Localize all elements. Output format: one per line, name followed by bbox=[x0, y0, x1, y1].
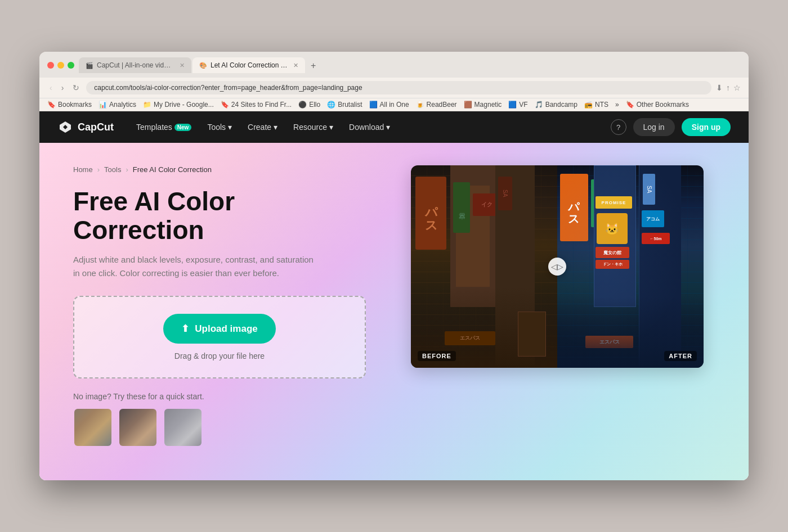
bookmark-star-icon[interactable]: ☆ bbox=[733, 83, 741, 92]
hero-section: Home › Tools › Free AI Color Correction … bbox=[39, 143, 749, 480]
tools-label: Tools bbox=[207, 123, 226, 132]
quick-start-thumb-1[interactable] bbox=[73, 408, 113, 447]
hero-title: Free AI Color Correction bbox=[73, 187, 366, 244]
quick-start-thumb-3[interactable] bbox=[163, 408, 203, 447]
bookmark-magnetic[interactable]: 🟫 Magnetic bbox=[464, 101, 502, 109]
bookmark-readbeer[interactable]: 🍺 ReadBeer bbox=[416, 101, 457, 109]
breadcrumb-current: Free AI Color Correction bbox=[133, 165, 212, 174]
site-logo[interactable]: CapCut bbox=[57, 119, 114, 135]
capcut-logo-icon bbox=[57, 119, 73, 135]
download-chevron-icon: ▾ bbox=[386, 123, 390, 132]
hero-right: パス 日本 イク SA bbox=[400, 165, 715, 368]
bookmark-more[interactable]: » bbox=[615, 101, 619, 109]
tab-2-favicon: 🎨 bbox=[199, 62, 207, 69]
browser-tab-1[interactable]: 🎬 CapCut | All-in-one video edito... ✕ bbox=[79, 57, 191, 73]
refresh-button[interactable]: ↻ bbox=[70, 82, 82, 93]
help-button[interactable]: ? bbox=[611, 119, 626, 135]
bandcamp-icon: 🎵 bbox=[535, 101, 543, 109]
after-label: AFTER bbox=[664, 351, 697, 361]
bookmark-other[interactable]: 🔖 Other Bookmarks bbox=[626, 101, 689, 109]
site-nav: CapCut Templates New Tools ▾ Create ▾ Re… bbox=[39, 111, 749, 143]
brutalist-icon: 🌐 bbox=[327, 101, 335, 109]
bookmark-allinone[interactable]: 🟦 All in One bbox=[369, 101, 409, 109]
vf-icon: 🟦 bbox=[508, 101, 517, 109]
login-button[interactable]: Log in bbox=[633, 118, 675, 136]
hero-left: Home › Tools › Free AI Color Correction … bbox=[73, 165, 366, 447]
maximize-window-button[interactable] bbox=[68, 62, 74, 69]
bookmark-nts[interactable]: 📻 NTS bbox=[584, 101, 608, 109]
upload-image-button[interactable]: ⬆ Upload image bbox=[163, 314, 275, 344]
bookmark-bookmarks[interactable]: 🔖 Bookmarks bbox=[47, 101, 92, 109]
bookmark-bandcamp[interactable]: 🎵 Bandcamp bbox=[535, 101, 577, 109]
nav-resource[interactable]: Resource ▾ bbox=[286, 118, 340, 136]
drive-icon: 📁 bbox=[143, 101, 151, 109]
bookmark-ello[interactable]: ⚫ Ello bbox=[298, 101, 320, 109]
new-tab-button[interactable]: + bbox=[306, 58, 320, 73]
more-bookmarks-icon: » bbox=[615, 101, 619, 109]
nav-right: ? Log in Sign up bbox=[611, 118, 731, 136]
before-panel: パス 日本 イク SA bbox=[411, 165, 557, 368]
site-nav-items: Templates New Tools ▾ Create ▾ Resource … bbox=[129, 118, 606, 136]
create-label: Create bbox=[248, 123, 271, 132]
share-icon: ↑ bbox=[726, 83, 730, 92]
hero-description: Adjust white and black levels, exposure,… bbox=[73, 253, 321, 280]
quick-start: No image? Try these for a quick start. bbox=[73, 392, 366, 447]
templates-badge: New bbox=[174, 124, 192, 131]
tools-chevron-icon: ▾ bbox=[228, 123, 232, 132]
site-logo-label: CapCut bbox=[78, 121, 114, 133]
breadcrumb: Home › Tools › Free AI Color Correction bbox=[73, 165, 366, 174]
bookmark-analytics[interactable]: 📊 Analytics bbox=[98, 101, 136, 109]
browser-window: 🎬 CapCut | All-in-one video edito... ✕ 🎨… bbox=[39, 52, 749, 480]
forward-button[interactable]: › bbox=[59, 82, 66, 93]
bookmark-24sites[interactable]: 🔖 24 Sites to Find Fr... bbox=[221, 101, 292, 109]
tab-1-close[interactable]: ✕ bbox=[180, 62, 185, 69]
tabs-bar: 🎬 CapCut | All-in-one video edito... ✕ 🎨… bbox=[79, 57, 741, 73]
signup-button[interactable]: Sign up bbox=[682, 118, 731, 136]
divider-handle[interactable]: ◁▷ bbox=[548, 258, 566, 276]
upload-button-label: Upload image bbox=[195, 323, 257, 335]
other-bookmarks-icon: 🔖 bbox=[626, 101, 634, 109]
ello-icon: ⚫ bbox=[298, 101, 307, 109]
nav-templates[interactable]: Templates New bbox=[129, 118, 198, 136]
browser-tab-2[interactable]: 🎨 Let AI Color Correction Tool P... ✕ bbox=[192, 57, 305, 73]
nav-download[interactable]: Download ▾ bbox=[342, 118, 397, 136]
download-icon: ⬇ bbox=[716, 83, 723, 92]
breadcrumb-tools[interactable]: Tools bbox=[104, 165, 121, 174]
resource-chevron-icon: ▾ bbox=[329, 123, 333, 132]
tab-1-favicon: 🎬 bbox=[86, 62, 93, 69]
create-chevron-icon: ▾ bbox=[274, 123, 277, 132]
tab-1-title: CapCut | All-in-one video edito... bbox=[97, 61, 174, 69]
nav-create[interactable]: Create ▾ bbox=[241, 118, 284, 136]
upload-hint: Drag & drop your file here bbox=[86, 351, 353, 360]
address-bar-icons: ⬇ ↑ ☆ bbox=[716, 83, 741, 92]
address-input[interactable] bbox=[86, 81, 711, 94]
tab-2-title: Let AI Color Correction Tool P... bbox=[211, 61, 288, 69]
breadcrumb-sep-2: › bbox=[126, 165, 128, 174]
templates-label: Templates bbox=[136, 123, 172, 132]
breadcrumb-sep-1: › bbox=[97, 165, 100, 174]
quick-start-label: No image? Try these for a quick start. bbox=[73, 392, 366, 401]
close-window-button[interactable] bbox=[47, 62, 54, 69]
address-bar: ‹ › ↻ ⬇ ↑ ☆ bbox=[39, 78, 749, 98]
page-content: CapCut Templates New Tools ▾ Create ▾ Re… bbox=[39, 111, 749, 480]
tab-2-close[interactable]: ✕ bbox=[293, 62, 298, 69]
bookmark-drive[interactable]: 📁 My Drive - Google... bbox=[143, 101, 214, 109]
back-button[interactable]: ‹ bbox=[47, 82, 55, 93]
readbeer-icon: 🍺 bbox=[416, 101, 424, 109]
upload-area[interactable]: ⬆ Upload image Drag & drop your file her… bbox=[73, 296, 366, 378]
minimize-window-button[interactable] bbox=[57, 62, 64, 69]
nav-tools[interactable]: Tools ▾ bbox=[200, 118, 239, 136]
breadcrumb-home[interactable]: Home bbox=[73, 165, 93, 174]
quick-start-thumb-2[interactable] bbox=[118, 408, 158, 447]
traffic-lights bbox=[47, 62, 74, 69]
download-label: Download bbox=[349, 123, 384, 132]
analytics-icon: 📊 bbox=[98, 101, 107, 109]
before-after-comparison: パス 日本 イク SA bbox=[411, 165, 704, 368]
bookmark-vf[interactable]: 🟦 VF bbox=[508, 101, 527, 109]
bookmark-brutalist[interactable]: 🌐 Brutalist bbox=[327, 101, 362, 109]
sites-icon: 🔖 bbox=[221, 101, 229, 109]
bookmarks-folder-icon: 🔖 bbox=[47, 101, 56, 109]
title-bar: 🎬 CapCut | All-in-one video edito... ✕ 🎨… bbox=[39, 52, 749, 78]
after-panel: パス 日本 PROMISE 🐱 魔女の館 ドン・ bbox=[557, 165, 704, 368]
magnetic-icon: 🟫 bbox=[464, 101, 472, 109]
